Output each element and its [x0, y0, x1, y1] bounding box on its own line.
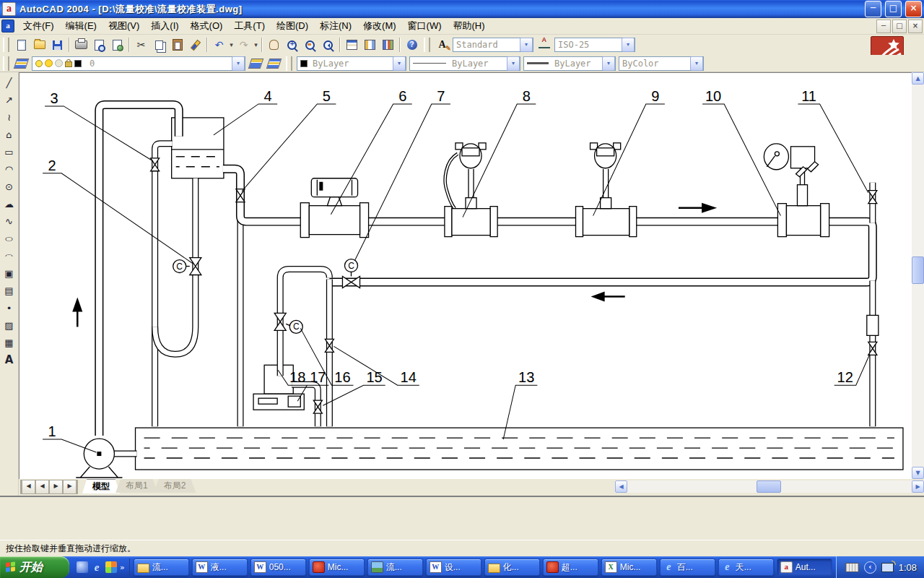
- close-button[interactable]: ×: [905, 1, 922, 17]
- menu-draw[interactable]: 绘图(D): [271, 17, 314, 35]
- zoom-realtime-button[interactable]: [283, 36, 301, 53]
- network-icon[interactable]: [881, 563, 894, 572]
- tab-prev-button[interactable]: ◀: [35, 480, 49, 494]
- draw-polygon-button[interactable]: ⌂: [1, 126, 18, 143]
- mdi-restore-button[interactable]: □: [892, 20, 907, 33]
- taskbar-item-autocad[interactable]: Aut...: [777, 558, 832, 576]
- toolbar-grip[interactable]: [286, 56, 292, 71]
- text-style-combo[interactable]: Standard ▾: [453, 38, 533, 52]
- hatch-button[interactable]: ▨: [1, 316, 18, 334]
- dim-style-button[interactable]: [535, 36, 553, 53]
- layer-previous-button[interactable]: [265, 55, 283, 72]
- draw-ellipse-arc-button[interactable]: ◠: [1, 247, 18, 264]
- make-layer-current-button[interactable]: [247, 55, 265, 72]
- draw-arc-button[interactable]: ◠: [1, 160, 18, 178]
- layer-combo[interactable]: 0 ▾: [32, 56, 245, 71]
- menu-view[interactable]: 视图(V): [103, 17, 145, 35]
- taskbar-item-word-1[interactable]: 液...: [192, 558, 248, 576]
- copy-button[interactable]: [150, 36, 168, 53]
- draw-construction-line-button[interactable]: ↗: [1, 91, 18, 108]
- undo-button[interactable]: ↶: [210, 36, 228, 53]
- linetype-combo[interactable]: ByLayer ▾: [409, 56, 520, 71]
- quick-launch-more-icon[interactable]: »: [120, 563, 125, 572]
- color-combo[interactable]: ByLayer ▾: [297, 56, 406, 71]
- draw-rectangle-button[interactable]: ▭: [1, 143, 18, 160]
- draw-circle-button[interactable]: ⊙: [1, 178, 18, 195]
- dim-style-combo[interactable]: ISO-25 ▾: [554, 38, 635, 52]
- menu-edit[interactable]: 编辑(E): [60, 17, 103, 35]
- zoom-window-button[interactable]: [301, 36, 319, 53]
- scroll-down-icon[interactable]: ▼: [912, 467, 924, 479]
- tab-layout1[interactable]: 布局1: [116, 479, 158, 493]
- draw-line-button[interactable]: ╱: [1, 74, 18, 91]
- tool-palettes-button[interactable]: [379, 36, 397, 53]
- menu-help[interactable]: 帮助(H): [448, 17, 491, 35]
- save-button[interactable]: [48, 36, 66, 53]
- undo-dropdown[interactable]: ▾: [228, 37, 235, 53]
- menu-window[interactable]: 窗口(W): [402, 17, 448, 35]
- vertical-scroll-thumb[interactable]: [912, 256, 924, 284]
- mtext-button[interactable]: A: [1, 351, 18, 368]
- menu-tools[interactable]: 工具(T): [228, 17, 271, 35]
- draw-spline-button[interactable]: ∿: [1, 212, 18, 230]
- combo-arrow-icon[interactable]: ▾: [622, 38, 635, 52]
- tab-next-button[interactable]: ▶: [49, 480, 63, 494]
- layer-on-bulb-icon[interactable]: [35, 60, 43, 67]
- taskbar-item-image[interactable]: 流...: [367, 558, 423, 576]
- mdi-minimize-button[interactable]: ─: [876, 20, 891, 33]
- drawing-mdi-icon[interactable]: a: [1, 20, 14, 33]
- draw-point-button[interactable]: •: [1, 299, 18, 316]
- draw-revcloud-button[interactable]: ☁: [1, 195, 18, 212]
- toolbar-grip[interactable]: [3, 56, 9, 71]
- cut-button[interactable]: ✂: [132, 36, 150, 53]
- taskbar-item-word-2[interactable]: 050...: [250, 558, 306, 576]
- scroll-left-icon[interactable]: ◀: [615, 480, 627, 493]
- taskbar-item-reader[interactable]: 超...: [543, 558, 598, 576]
- plot-button[interactable]: [72, 36, 90, 53]
- properties-button[interactable]: [343, 36, 361, 53]
- menu-file[interactable]: 文件(F): [17, 17, 60, 35]
- taskbar-item-ie-1[interactable]: 百...: [660, 558, 715, 576]
- publish-button[interactable]: [108, 36, 126, 53]
- zoom-previous-button[interactable]: [319, 36, 337, 53]
- combo-arrow-icon[interactable]: ▾: [232, 56, 245, 71]
- toolbar-grip[interactable]: [424, 38, 430, 52]
- plot-preview-button[interactable]: [90, 36, 108, 53]
- region-button[interactable]: ▦: [1, 334, 18, 351]
- taskbar-item-ie-2[interactable]: 天...: [718, 558, 774, 576]
- taskbar-item-word-3[interactable]: 设...: [426, 558, 481, 576]
- layer-thaw-sun-icon[interactable]: [45, 59, 53, 67]
- tab-first-button[interactable]: ◀: [20, 480, 35, 494]
- layer-manager-button[interactable]: [12, 55, 30, 72]
- canvas-horizontal-scrollbar[interactable]: ◀ ▶: [615, 480, 924, 493]
- media-player-icon[interactable]: [105, 561, 117, 573]
- quick-launch-app-icon[interactable]: [77, 561, 88, 573]
- taskbar-item-excel[interactable]: Mic...: [601, 558, 657, 576]
- redo-dropdown[interactable]: ▾: [253, 37, 259, 53]
- menu-insert[interactable]: 插入(I): [145, 17, 184, 35]
- combo-arrow-icon[interactable]: ▾: [393, 56, 406, 71]
- help-button[interactable]: [403, 36, 421, 53]
- tab-layout2[interactable]: 布局2: [154, 479, 196, 493]
- designcenter-button[interactable]: [361, 36, 379, 53]
- insert-block-button[interactable]: ▣: [1, 264, 18, 282]
- layer-lock-icon[interactable]: [65, 61, 72, 67]
- menu-format[interactable]: 格式(O): [185, 17, 229, 35]
- internet-explorer-icon[interactable]: e: [91, 561, 103, 573]
- horizontal-scroll-thumb[interactable]: [757, 480, 781, 493]
- layer-color-swatch[interactable]: [74, 60, 82, 67]
- combo-arrow-icon[interactable]: ▾: [690, 56, 703, 71]
- pan-button[interactable]: [265, 36, 283, 53]
- match-properties-button[interactable]: [186, 36, 204, 53]
- drawing-canvas[interactable]: C C C: [19, 72, 912, 479]
- keyboard-icon[interactable]: [845, 563, 859, 572]
- language-bar-icon[interactable]: ‹: [864, 561, 876, 574]
- scroll-right-icon[interactable]: ▶: [912, 480, 924, 493]
- new-file-button[interactable]: [12, 36, 30, 53]
- make-block-button[interactable]: ▤: [1, 282, 18, 299]
- scroll-up-icon[interactable]: ▲: [912, 72, 924, 85]
- minimize-button[interactable]: ─: [865, 1, 881, 17]
- draw-ellipse-button[interactable]: ○: [1, 230, 18, 247]
- tab-last-button[interactable]: ▶: [63, 480, 78, 494]
- draw-polyline-button[interactable]: ≀: [1, 108, 18, 126]
